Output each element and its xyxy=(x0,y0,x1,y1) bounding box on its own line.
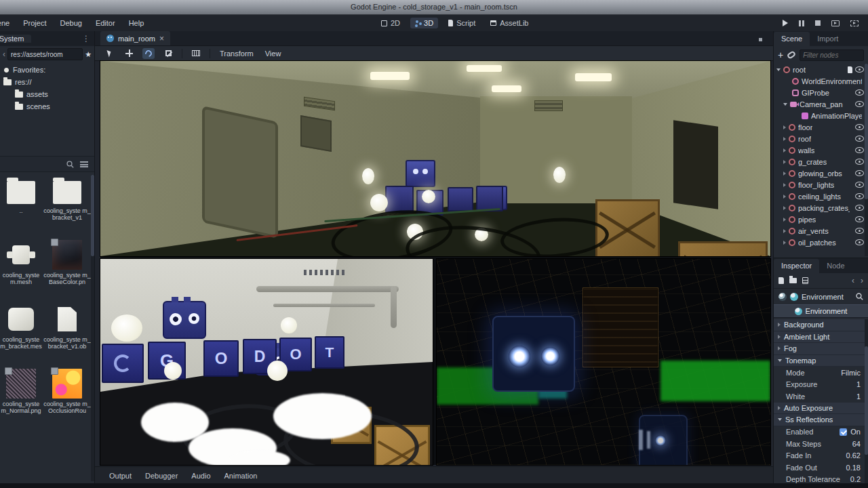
menu-scene[interactable]: Scene xyxy=(0,15,16,31)
prop-white[interactable]: White1 xyxy=(774,390,865,403)
tree-node-camera-pan[interactable]: Camera_pan xyxy=(774,98,865,110)
ruler-tool-icon[interactable] xyxy=(190,48,202,59)
add-node-icon[interactable]: + xyxy=(778,50,783,60)
viewport-albedo[interactable]: G O D O T xyxy=(100,259,433,465)
tree-node-walls[interactable]: walls xyxy=(774,144,865,156)
prop-mode[interactable]: ModeFilmic xyxy=(774,367,865,379)
favorite-star-icon[interactable]: ★ xyxy=(85,50,92,59)
select-tool-icon[interactable] xyxy=(103,48,115,59)
instance-scene-icon[interactable] xyxy=(787,50,796,59)
file-item[interactable]: cooling_syste m_OcclusionRou xyxy=(42,368,92,432)
tree-node-packing-crates[interactable]: packing_crates_and_ xyxy=(774,202,865,214)
file-item[interactable]: cooling_syste m_bracket_v1 xyxy=(42,175,92,239)
tree-node-glowing-orbs[interactable]: glowing_orbs xyxy=(774,167,865,179)
section-auto-exposure[interactable]: Auto Exposure xyxy=(774,403,865,415)
stop-icon[interactable] xyxy=(815,20,821,26)
visibility-eye-icon[interactable] xyxy=(855,216,864,222)
visibility-eye-icon[interactable] xyxy=(855,170,864,176)
tree-node-oil-patches[interactable]: oil_patches xyxy=(774,237,865,248)
window-titlebar[interactable]: Godot Engine - cold_storage_v1 - main_ro… xyxy=(0,0,868,15)
bottom-tab-audio[interactable]: Audio xyxy=(185,470,216,482)
visibility-eye-icon[interactable] xyxy=(855,239,864,245)
play-custom-scene-icon[interactable] xyxy=(850,20,859,26)
path-field[interactable] xyxy=(7,48,83,60)
viewport-perspective[interactable] xyxy=(100,61,770,256)
file-item[interactable]: cooling_syste m_bracket.mes xyxy=(0,304,42,368)
tree-node-giprobe[interactable]: GIProbe xyxy=(774,87,865,98)
edited-resource-row[interactable]: Environment xyxy=(774,288,868,304)
file-item[interactable]: .. xyxy=(0,175,42,239)
menu-debug[interactable]: Debug xyxy=(53,15,88,31)
tree-item-assets[interactable]: assets xyxy=(0,88,94,100)
tree-node-floor[interactable]: floor xyxy=(774,121,865,133)
tree-item-favorites[interactable]: Favorites: xyxy=(0,64,94,76)
visibility-eye-icon[interactable] xyxy=(855,66,864,73)
move-tool-icon[interactable] xyxy=(123,48,135,59)
visibility-eye-icon[interactable] xyxy=(855,89,864,96)
inspector-scrollbar[interactable] xyxy=(865,319,868,487)
workspace-assetlib-button[interactable]: AssetLib xyxy=(486,18,533,28)
section-ambient-light[interactable]: Ambient Light xyxy=(774,331,865,344)
tree-node-worldenvironment[interactable]: WorldEnvironment xyxy=(774,75,865,87)
history-back-icon[interactable]: ‹ xyxy=(852,276,854,285)
filter-nodes-input[interactable] xyxy=(800,49,864,61)
new-resource-icon[interactable] xyxy=(778,277,784,284)
search-icon[interactable] xyxy=(66,161,74,168)
section-ss-reflections[interactable]: Ss Reflections xyxy=(774,414,865,426)
dock-more-icon[interactable]: ⋮ xyxy=(82,31,90,46)
history-forward-icon[interactable]: › xyxy=(861,276,863,285)
file-item[interactable]: cooling_syste m_Normal.png xyxy=(0,368,42,432)
prop-fade-out[interactable]: Fade Out0.18 xyxy=(774,462,865,474)
resource-tools-icon[interactable] xyxy=(802,277,808,284)
search-properties-icon[interactable] xyxy=(856,293,863,300)
file-item[interactable]: cooling_syste m.mesh xyxy=(0,239,42,304)
pause-icon[interactable] xyxy=(799,20,804,26)
tree-node-air-vents[interactable]: air_vents xyxy=(774,225,865,237)
scale-tool-icon[interactable] xyxy=(162,48,174,59)
menu-editor[interactable]: Editor xyxy=(89,15,122,31)
transform-menu[interactable]: Transform xyxy=(218,49,256,58)
visibility-eye-icon[interactable] xyxy=(855,205,864,211)
environment-category-header[interactable]: Environment xyxy=(774,304,868,318)
visibility-eye-icon[interactable] xyxy=(855,182,864,188)
tab-scene[interactable]: Scene xyxy=(774,32,810,46)
filesystem-scrollbar[interactable] xyxy=(91,175,94,481)
file-item[interactable]: cooling_syste m_bracket_v1.ob xyxy=(42,304,92,368)
tab-node[interactable]: Node xyxy=(819,259,852,273)
tree-item-scenes[interactable]: scenes xyxy=(0,100,94,113)
visibility-eye-icon[interactable] xyxy=(855,136,864,142)
viewport-lit[interactable] xyxy=(437,259,770,465)
bottom-tab-debugger[interactable]: Debugger xyxy=(139,470,184,482)
prop-fade-in[interactable]: Fade In0.62 xyxy=(774,450,865,462)
tree-node-ceiling-lights[interactable]: ceiling_lights xyxy=(774,190,865,202)
workspace-script-button[interactable]: Script xyxy=(443,18,480,28)
distraction-free-icon[interactable] xyxy=(759,38,766,45)
menu-project[interactable]: Project xyxy=(16,15,53,31)
visibility-eye-icon[interactable] xyxy=(855,101,864,107)
section-fog[interactable]: Fog xyxy=(774,343,865,355)
section-tonemap[interactable]: Tonemap xyxy=(774,355,865,367)
visibility-eye-icon[interactable] xyxy=(855,147,864,153)
play-scene-icon[interactable] xyxy=(831,20,840,26)
workspace-3d-button[interactable]: 3D xyxy=(410,18,438,28)
file-item[interactable]: cooling_syste m_BaseColor.pn xyxy=(42,239,92,304)
visibility-eye-icon[interactable] xyxy=(855,193,864,199)
back-chevron-icon[interactable]: ‹ xyxy=(3,50,5,58)
checkbox-checked-icon[interactable] xyxy=(840,428,847,436)
tab-inspector[interactable]: Inspector xyxy=(774,259,819,273)
scene-tree-scrollbar[interactable] xyxy=(865,64,868,256)
close-icon[interactable]: × xyxy=(159,35,164,43)
tree-node-floor-lights[interactable]: floor_lights xyxy=(774,179,865,190)
tree-node-g-crates[interactable]: g_crates xyxy=(774,156,865,167)
visibility-eye-icon[interactable] xyxy=(855,124,864,130)
play-icon[interactable] xyxy=(783,20,788,26)
prop-exposure[interactable]: Exposure1 xyxy=(774,379,865,391)
section-background[interactable]: Background xyxy=(774,319,865,331)
prop-max-steps[interactable]: Max Steps64 xyxy=(774,438,865,450)
tab-filesystem[interactable]: FileSystem xyxy=(0,35,31,43)
view-menu[interactable]: View xyxy=(263,49,283,58)
visibility-eye-icon[interactable] xyxy=(855,159,864,165)
tree-node-roof[interactable]: roof xyxy=(774,133,865,144)
workspace-2d-button[interactable]: 2D xyxy=(376,18,405,28)
load-resource-icon[interactable] xyxy=(789,278,797,283)
